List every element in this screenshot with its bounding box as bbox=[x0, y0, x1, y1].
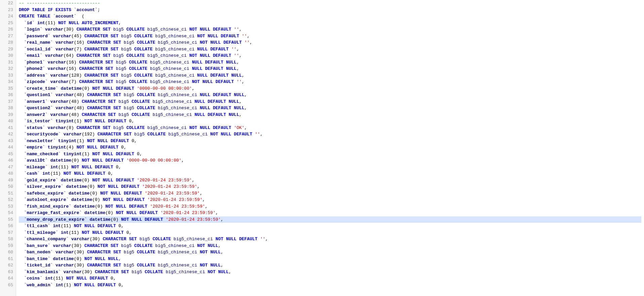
code-line: `newsletter` tinyint(1) NOT NULL DEFAULT… bbox=[19, 138, 641, 144]
code-line: `question2` varchar(48) CHARACTER SET bi… bbox=[19, 105, 641, 112]
code-line: `channel_company` varchar(30) CHARACTER … bbox=[19, 236, 641, 243]
line-number: 35 bbox=[3, 85, 13, 92]
code-line: `email` varchar(64) CHARACTER SET big5 C… bbox=[19, 52, 641, 59]
line-number: 54 bbox=[3, 210, 13, 216]
line-number: 33 bbox=[3, 72, 13, 79]
code-line: `fish_mind_expire` datetime(0) NOT NULL … bbox=[19, 203, 641, 210]
code-line: `ban_sure` varchar(30) CHARACTER SET big… bbox=[19, 243, 641, 249]
line-number: 65 bbox=[3, 282, 13, 289]
code-line: DROP TABLE IF EXISTS `account`; bbox=[19, 7, 641, 13]
line-number: 37 bbox=[3, 98, 13, 105]
line-number: 27 bbox=[3, 33, 13, 40]
code-line: `social_id` varchar(7) CHARACTER SET big… bbox=[19, 46, 641, 53]
code-line: `id` int(11) NOT NULL AUTO_INCREMENT, bbox=[19, 20, 641, 27]
code-line: `login` varchar(30) CHARACTER SET big5 C… bbox=[19, 26, 641, 33]
code-line: `availDt` datetime(0) NOT NULL DEFAULT '… bbox=[19, 157, 641, 164]
code-line: `answer2` varchar(48) CHARACTER SET big5… bbox=[19, 112, 641, 118]
code-line: `is_testor` tinyint(1) NOT NULL DEFAULT … bbox=[19, 118, 641, 125]
line-number: 58 bbox=[3, 236, 13, 243]
code-line: `ttl_mileage` int(11) NOT NULL DEFAULT 0… bbox=[19, 229, 641, 236]
code-line: -- ---------------------------- bbox=[19, 0, 641, 7]
code-line: `ban_neden` varchar(30) CHARACTER SET bi… bbox=[19, 249, 641, 256]
line-number: 43 bbox=[3, 138, 13, 144]
line-number: 61 bbox=[3, 256, 13, 262]
code-line: `phone1` varchar(16) CHARACTER SET big5 … bbox=[19, 59, 641, 66]
code-line: `question1` varchar(48) CHARACTER SET bi… bbox=[19, 92, 641, 98]
line-number: 57 bbox=[3, 229, 13, 236]
code-line: `status` varchar(8) CHARACTER SET big5 C… bbox=[19, 125, 641, 131]
line-number: 52 bbox=[3, 197, 13, 203]
line-number: 40 bbox=[3, 118, 13, 125]
code-line: `autoloot_expire` datetime(0) NOT NULL D… bbox=[19, 197, 641, 203]
code-line: `coins` int(11) NOT NULL DEFAULT 0, bbox=[19, 275, 641, 282]
line-numbers: 2223242526272829303132333435363738394041… bbox=[0, 0, 16, 296]
line-number: 30 bbox=[3, 52, 13, 59]
code-line: `money_drop_rate_expire` datetime(0) NOT… bbox=[19, 216, 641, 223]
code-line: `safebox_expire` datetime(0) NOT NULL DE… bbox=[19, 190, 641, 197]
line-number: 62 bbox=[3, 262, 13, 269]
code-line: `gold_expire` datetime(0) NOT NULL DEFAU… bbox=[19, 177, 641, 184]
line-number: 24 bbox=[3, 13, 13, 20]
line-number: 29 bbox=[3, 46, 13, 53]
code-line: `cash` int(11) NOT NULL DEFAULT 0, bbox=[19, 170, 641, 177]
line-number: 56 bbox=[3, 223, 13, 229]
line-number: 53 bbox=[3, 203, 13, 210]
line-number: 64 bbox=[3, 275, 13, 282]
code-line: `ttl_cash` int(11) NOT NULL DEFAULT 0, bbox=[19, 223, 641, 229]
code-line: `kim_banlamis` varchar(30) CHARACTER SET… bbox=[19, 269, 641, 276]
line-number: 63 bbox=[3, 269, 13, 276]
code-line: `answer1` varchar(48) CHARACTER SET big5… bbox=[19, 98, 641, 105]
code-line: `silver_expire` datetime(0) NOT NULL DEF… bbox=[19, 183, 641, 190]
line-number: 28 bbox=[3, 39, 13, 46]
code-line: `mileage` int(11) NOT NULL DEFAULT 0, bbox=[19, 164, 641, 171]
line-number: 42 bbox=[3, 131, 13, 138]
code-line: `name_checked` tinyint(1) NOT NULL DEFAU… bbox=[19, 151, 641, 158]
code-line: `ban_time` datetime(0) NOT NULL NULL, bbox=[19, 256, 641, 262]
line-number: 25 bbox=[3, 20, 13, 27]
line-number: 26 bbox=[3, 26, 13, 33]
line-number: 44 bbox=[3, 144, 13, 151]
code-line: `phone2` varchar(16) CHARACTER SET big5 … bbox=[19, 66, 641, 72]
line-number: 59 bbox=[3, 243, 13, 249]
line-number: 46 bbox=[3, 157, 13, 164]
line-number: 45 bbox=[3, 151, 13, 158]
line-number: 39 bbox=[3, 112, 13, 118]
code-line: `securitycode` varchar(192) CHARACTER SE… bbox=[19, 131, 641, 138]
code-line: `empire` tinyint(4) NOT NULL DEFAULT 0, bbox=[19, 144, 641, 151]
code-line: `password` varchar(45) CHARACTER SET big… bbox=[19, 33, 641, 40]
code-line: CREATE TABLE `account` ( bbox=[19, 13, 641, 20]
code-line: `web_admin` int(1) NOT NULL DEFAULT 0, bbox=[19, 282, 641, 289]
line-number: 51 bbox=[3, 190, 13, 197]
line-number: 22 bbox=[3, 0, 13, 7]
line-number: 47 bbox=[3, 164, 13, 171]
line-number: 41 bbox=[3, 125, 13, 131]
line-number: 60 bbox=[3, 249, 13, 256]
code-line: `address` varchar(128) CHARACTER SET big… bbox=[19, 72, 641, 79]
code-editor: 2223242526272829303132333435363738394041… bbox=[0, 0, 644, 296]
line-number: 55 bbox=[3, 216, 13, 223]
line-number: 49 bbox=[3, 177, 13, 184]
code-line: `zipcode` varchar(7) CHARACTER SET big5 … bbox=[19, 79, 641, 85]
line-number: 38 bbox=[3, 105, 13, 112]
code-line: `create_time` datetime(0) NOT NULL DEFAU… bbox=[19, 85, 641, 92]
line-number: 48 bbox=[3, 170, 13, 177]
code-line: `real_name` varchar(16) CHARACTER SET bi… bbox=[19, 39, 641, 46]
line-number: 36 bbox=[3, 92, 13, 98]
code-line: `marriage_fast_expire` datetime(0) NOT N… bbox=[19, 210, 641, 216]
code-line: `ticket_id` varchar(30) CHARACTER SET bi… bbox=[19, 262, 641, 269]
line-number: 34 bbox=[3, 79, 13, 85]
line-number: 23 bbox=[3, 7, 13, 13]
line-number: 32 bbox=[3, 66, 13, 72]
line-number: 31 bbox=[3, 59, 13, 66]
code-content[interactable]: -- ----------------------------DROP TABL… bbox=[16, 0, 644, 296]
line-number: 50 bbox=[3, 183, 13, 190]
